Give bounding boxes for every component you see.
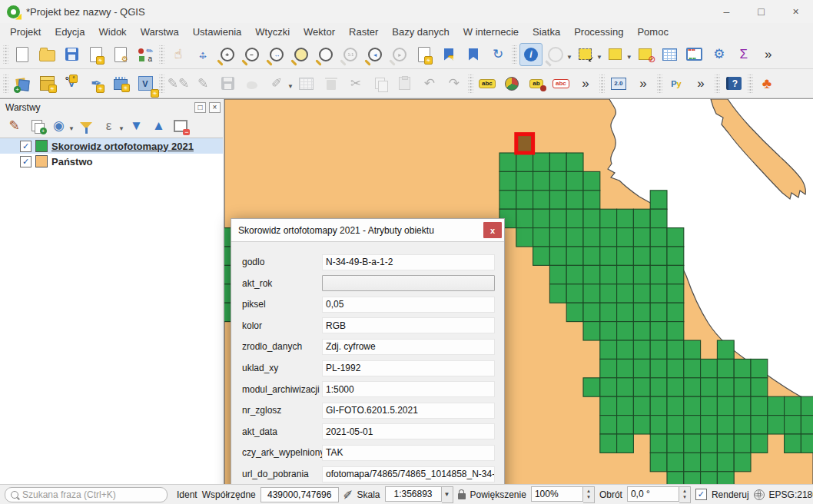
index-grid-cell[interactable] [633,359,650,377]
new-print-layout-icon[interactable] [85,43,108,66]
index-grid-cell[interactable] [549,171,566,190]
index-grid-cell[interactable] [734,453,751,471]
index-grid-cell[interactable] [785,434,801,453]
index-grid-cell[interactable] [600,228,617,247]
index-grid-cell[interactable] [600,322,617,340]
index-grid-cell[interactable] [650,396,667,415]
index-grid-cell[interactable] [667,340,684,359]
index-grid-cell[interactable] [667,416,684,434]
add-vector-layer-icon[interactable] [35,72,58,95]
index-grid-cell[interactable] [633,209,650,227]
index-grid-cell[interactable] [717,416,734,434]
index-grid-cell[interactable] [667,265,684,284]
lock-scale-icon[interactable] [458,493,466,499]
index-grid-cell[interactable] [633,416,650,434]
index-grid-cell[interactable] [684,396,701,415]
index-grid-cell[interactable] [633,228,650,247]
index-grid-cell[interactable] [583,247,600,265]
index-grid-cell[interactable] [701,378,718,396]
zoom-to-layer-icon[interactable] [314,43,337,66]
open-attribute-table-icon[interactable] [659,43,682,66]
float-panel-button[interactable]: □ [194,102,206,113]
index-grid-cell[interactable] [617,209,634,227]
filter-legend-icon[interactable] [76,116,97,136]
show-sum-icon[interactable]: Σ [732,43,755,66]
collapse-all-icon[interactable]: ▲ [148,116,169,136]
index-grid-cell[interactable] [566,153,583,171]
index-grid-cell[interactable] [549,153,566,171]
data-source-manager-icon[interactable]: + [11,72,34,95]
locator-search-input[interactable]: Szukana fraza (Ctrl+K) [5,487,168,502]
index-grid-cell[interactable] [583,228,600,247]
style-manager-icon[interactable]: ✏a [134,43,157,66]
index-grid-cell[interactable] [633,378,650,396]
layer-diagram-options-icon[interactable] [500,72,523,95]
index-grid-cell[interactable] [650,434,667,453]
field-value-akt_data[interactable]: 2021-05-01 [322,423,495,439]
dialog-close-button[interactable]: x [483,222,502,238]
metasearch-icon[interactable]: 2.0 [607,72,630,95]
index-grid-cell[interactable] [717,472,734,485]
close-button[interactable]: × [778,0,813,23]
layer-labeling-options-icon[interactable]: abc [476,72,499,95]
index-grid-cell[interactable] [667,434,684,453]
index-grid-cell[interactable] [617,303,634,321]
index-grid-cell[interactable] [617,340,634,359]
index-grid-cell[interactable] [650,303,667,321]
index-grid-cell[interactable] [717,340,734,359]
field-value-url_do_pobrania[interactable]: ofotomapa/74865/74865_1014858_N-34-49-B- [322,466,495,482]
index-grid-cell[interactable] [667,303,684,321]
index-grid-cell[interactable] [751,396,768,415]
field-value-modul_archiwizacji[interactable]: 1:5000 [322,381,495,397]
index-grid-cell[interactable] [566,191,583,209]
zoom-out-icon[interactable]: − [241,43,264,66]
new-geopackage-layer-icon[interactable]: ✒ [85,72,108,95]
layer-item-1[interactable]: ✓Skorowidz ortofotomapy 2021 [0,138,223,154]
index-grid-cell[interactable] [650,247,667,265]
index-grid-cell[interactable] [533,153,550,171]
index-grid-cell[interactable] [600,396,617,415]
manage-map-themes-icon[interactable]: ◉ [48,116,69,136]
refresh-icon[interactable]: ↻ [486,43,509,66]
index-grid-cell[interactable] [684,434,701,453]
open-project-icon[interactable] [35,43,58,66]
index-grid-cell[interactable] [633,322,650,340]
scale-combobox[interactable]: 1:356893 ▼ [385,486,453,503]
index-grid-cell[interactable] [667,378,684,396]
index-grid-cell[interactable] [717,434,734,453]
index-grid-cell[interactable] [717,378,734,396]
menu-pomoc[interactable]: Pomoc [630,25,675,39]
processing-toolbox-icon[interactable]: ⚙ [708,43,731,66]
toolbar-overflow-icon[interactable]: » [757,43,780,66]
toggle-extents-icon[interactable]: ✐̸ [343,489,353,501]
magnifier-value[interactable]: 100% [531,486,583,502]
index-grid-cell[interactable] [499,153,516,171]
identify-features-icon[interactable]: i [519,43,543,66]
index-grid-cell[interactable] [617,378,634,396]
index-grid-cell[interactable] [734,396,751,415]
index-grid-cell[interactable] [617,322,634,340]
new-temporary-scratch-layer-icon[interactable]: V [134,72,157,95]
index-grid-cell[interactable] [650,340,667,359]
index-grid-cell[interactable] [533,247,550,265]
select-features-icon[interactable] [574,43,597,66]
menu-siatka[interactable]: Siatka [526,25,567,39]
index-grid-cell[interactable] [667,359,684,377]
index-grid-cell[interactable] [617,396,634,415]
index-grid-cell[interactable] [533,228,550,247]
index-grid-cell[interactable] [650,322,667,340]
layer-item-2[interactable]: ✓Państwo [0,154,223,169]
web-toolbar-overflow-icon[interactable]: » [632,72,655,95]
index-grid-cell[interactable] [516,209,533,227]
index-grid-cell[interactable] [499,191,516,209]
field-value-uklad_xy[interactable]: PL-1992 [322,360,495,376]
dialog-titlebar[interactable]: Skorowidz ortofotomapy 2021 - Atrybuty o… [231,219,504,242]
index-grid-cell[interactable] [600,378,617,396]
index-grid-cell[interactable] [600,303,617,321]
index-grid-cell[interactable] [650,416,667,434]
index-grid-cell[interactable] [633,396,650,415]
index-grid-cell[interactable] [650,284,667,303]
scale-dropdown-arrow[interactable]: ▼ [442,486,453,503]
index-grid-cell[interactable] [667,472,684,485]
index-grid-cell[interactable] [717,359,734,377]
